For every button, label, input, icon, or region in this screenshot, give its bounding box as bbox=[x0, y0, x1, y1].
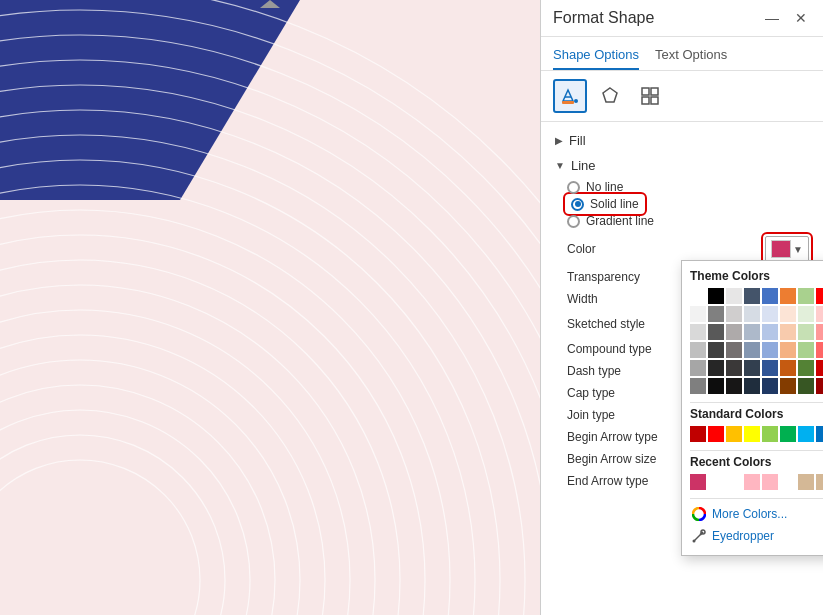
fill-effects-icon-btn[interactable] bbox=[553, 79, 587, 113]
fill-chevron-icon: ▶ bbox=[555, 135, 563, 146]
theme-color-cell[interactable] bbox=[690, 324, 706, 340]
minimize-button[interactable]: — bbox=[761, 8, 783, 28]
theme-color-cell[interactable] bbox=[816, 324, 823, 340]
theme-color-cell[interactable] bbox=[690, 342, 706, 358]
theme-color-cell[interactable] bbox=[780, 324, 796, 340]
svg-point-20 bbox=[0, 0, 540, 615]
standard-color-cell[interactable] bbox=[744, 426, 760, 442]
svg-point-10 bbox=[0, 235, 425, 615]
no-line-radio[interactable] bbox=[567, 181, 580, 194]
theme-color-cell[interactable] bbox=[798, 288, 814, 304]
theme-color-cell[interactable] bbox=[690, 378, 706, 394]
color-picker-dropdown: Theme Colors Standard Colors Recent Colo… bbox=[681, 260, 823, 556]
theme-color-cell[interactable] bbox=[762, 324, 778, 340]
standard-color-cell[interactable] bbox=[780, 426, 796, 442]
theme-color-cell[interactable] bbox=[726, 324, 742, 340]
theme-color-cell[interactable] bbox=[708, 288, 724, 304]
theme-color-cell[interactable] bbox=[708, 360, 724, 376]
theme-color-cell[interactable] bbox=[762, 360, 778, 376]
theme-color-cell[interactable] bbox=[708, 306, 724, 322]
theme-color-cell[interactable] bbox=[726, 360, 742, 376]
tab-text-options[interactable]: Text Options bbox=[655, 43, 727, 70]
theme-color-cell[interactable] bbox=[780, 378, 796, 394]
theme-color-cell[interactable] bbox=[798, 360, 814, 376]
recent-color-cell[interactable] bbox=[780, 474, 796, 490]
theme-color-cell[interactable] bbox=[726, 342, 742, 358]
standard-color-cell[interactable] bbox=[816, 426, 823, 442]
theme-color-cell[interactable] bbox=[798, 342, 814, 358]
canvas-arcs bbox=[0, 0, 540, 615]
shape-effects-icon-btn[interactable] bbox=[593, 79, 627, 113]
recent-color-cell[interactable] bbox=[816, 474, 823, 490]
format-shape-panel: Format Shape — ✕ Shape Options Text Opti… bbox=[540, 0, 823, 615]
theme-color-cell[interactable] bbox=[708, 342, 724, 358]
standard-color-cell[interactable] bbox=[708, 426, 724, 442]
width-label: Width bbox=[567, 292, 657, 306]
theme-color-cell[interactable] bbox=[816, 342, 823, 358]
theme-color-cell[interactable] bbox=[816, 360, 823, 376]
theme-color-cell[interactable] bbox=[816, 288, 823, 304]
theme-color-cell[interactable] bbox=[726, 378, 742, 394]
standard-color-cell[interactable] bbox=[798, 426, 814, 442]
theme-color-cell[interactable] bbox=[726, 288, 742, 304]
tab-shape-options[interactable]: Shape Options bbox=[553, 43, 639, 70]
gradient-line-option[interactable]: Gradient line bbox=[567, 214, 809, 228]
color-swatch bbox=[771, 240, 791, 258]
theme-color-cell[interactable] bbox=[744, 306, 760, 322]
gradient-line-radio[interactable] bbox=[567, 215, 580, 228]
theme-color-cell[interactable] bbox=[726, 306, 742, 322]
recent-color-cell[interactable] bbox=[798, 474, 814, 490]
recent-color-cell[interactable] bbox=[762, 474, 778, 490]
theme-color-cell[interactable] bbox=[816, 306, 823, 322]
theme-color-cell[interactable] bbox=[762, 378, 778, 394]
standard-color-cell[interactable] bbox=[726, 426, 742, 442]
standard-color-cell[interactable] bbox=[762, 426, 778, 442]
theme-color-cell[interactable] bbox=[798, 324, 814, 340]
theme-color-cell[interactable] bbox=[798, 306, 814, 322]
pentagon-icon bbox=[600, 86, 620, 106]
fill-section[interactable]: ▶ Fill bbox=[541, 128, 823, 153]
theme-color-cell[interactable] bbox=[744, 324, 760, 340]
theme-color-cell[interactable] bbox=[690, 306, 706, 322]
recent-color-cell[interactable] bbox=[726, 474, 742, 490]
theme-color-cell[interactable] bbox=[690, 360, 706, 376]
theme-color-cell[interactable] bbox=[762, 288, 778, 304]
theme-color-cell[interactable] bbox=[744, 288, 760, 304]
compound-type-label: Compound type bbox=[567, 342, 657, 356]
theme-color-cell[interactable] bbox=[762, 306, 778, 322]
line-section[interactable]: ▼ Line bbox=[541, 153, 823, 178]
theme-color-cell[interactable] bbox=[744, 360, 760, 376]
svg-point-15 bbox=[0, 110, 540, 615]
theme-color-cell[interactable] bbox=[780, 288, 796, 304]
theme-color-cell[interactable] bbox=[708, 378, 724, 394]
solid-line-option[interactable]: Solid line bbox=[567, 196, 643, 212]
theme-color-cell[interactable] bbox=[690, 288, 706, 304]
more-colors-row[interactable]: More Colors... bbox=[690, 503, 823, 525]
color-wheel-icon bbox=[692, 507, 706, 521]
no-line-option[interactable]: No line bbox=[567, 180, 809, 194]
theme-color-cell[interactable] bbox=[798, 378, 814, 394]
svg-marker-23 bbox=[603, 88, 617, 102]
theme-color-cell[interactable] bbox=[762, 342, 778, 358]
theme-color-cell[interactable] bbox=[744, 342, 760, 358]
panel-header: Format Shape — ✕ bbox=[541, 0, 823, 37]
theme-color-cell[interactable] bbox=[780, 342, 796, 358]
color-dropdown-arrow: ▼ bbox=[793, 244, 803, 255]
theme-color-cell[interactable] bbox=[708, 324, 724, 340]
theme-color-cell[interactable] bbox=[780, 360, 796, 376]
eyedropper-row[interactable]: Eyedropper bbox=[690, 525, 823, 547]
solid-line-radio[interactable] bbox=[571, 198, 584, 211]
recent-color-cell[interactable] bbox=[744, 474, 760, 490]
recent-color-cell[interactable] bbox=[708, 474, 724, 490]
theme-color-cell[interactable] bbox=[744, 378, 760, 394]
svg-point-11 bbox=[0, 210, 450, 615]
theme-color-cell[interactable] bbox=[816, 378, 823, 394]
standard-color-cell[interactable] bbox=[690, 426, 706, 442]
close-button[interactable]: ✕ bbox=[791, 8, 811, 28]
no-line-label: No line bbox=[586, 180, 623, 194]
layout-icon-btn[interactable] bbox=[633, 79, 667, 113]
svg-rect-0 bbox=[0, 0, 540, 615]
theme-color-cell[interactable] bbox=[780, 306, 796, 322]
recent-color-cell[interactable] bbox=[690, 474, 706, 490]
color-picker-button[interactable]: ▼ bbox=[765, 236, 809, 262]
